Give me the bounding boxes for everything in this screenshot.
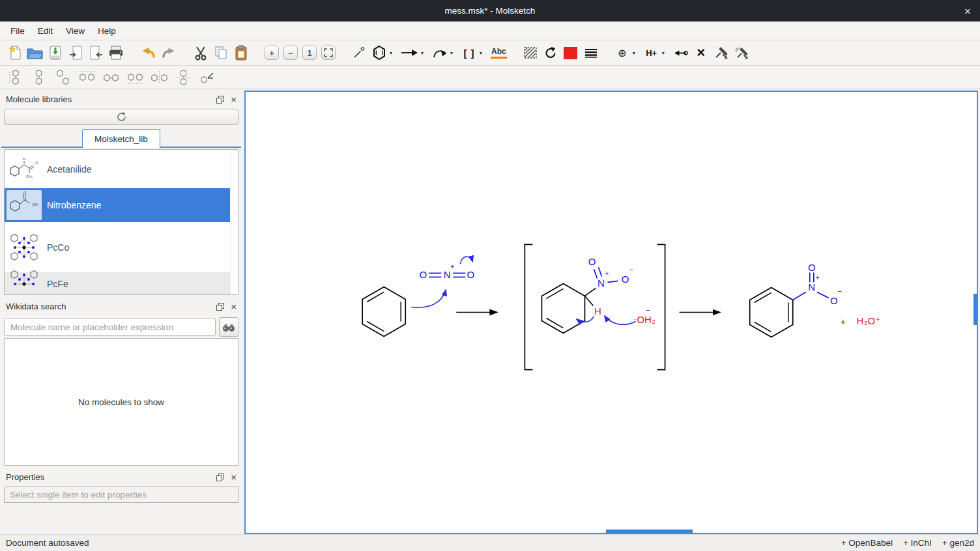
align-top-tool[interactable] bbox=[79, 69, 95, 86]
optimize-geometry-button[interactable] bbox=[734, 44, 749, 61]
zoom-original-button[interactable]: 1 bbox=[302, 46, 317, 60]
draw-bond-tool[interactable] bbox=[351, 44, 367, 61]
menu-help[interactable]: Help bbox=[91, 23, 122, 38]
reaction-arrow-tool[interactable] bbox=[401, 44, 418, 61]
atom-label-n[interactable]: N bbox=[444, 269, 451, 280]
hydrogen-tool-dropdown[interactable]: ▾ bbox=[662, 50, 669, 56]
align-bottom-tool[interactable] bbox=[127, 69, 143, 86]
open-file-button[interactable] bbox=[27, 44, 43, 61]
join-molecules-tool[interactable] bbox=[103, 69, 119, 86]
optimize-structure-button[interactable] bbox=[713, 44, 729, 61]
refresh-library-button[interactable] bbox=[4, 109, 238, 125]
ring-tool-dropdown[interactable]: ▾ bbox=[390, 50, 396, 56]
atom-label-h[interactable]: H bbox=[594, 306, 601, 317]
atom-label-o[interactable]: O bbox=[808, 262, 816, 273]
stack-vertical-tool[interactable] bbox=[31, 69, 47, 86]
library-scrollbar[interactable] bbox=[230, 150, 238, 294]
import-button[interactable] bbox=[88, 44, 104, 61]
zoom-in-button[interactable]: + bbox=[265, 46, 279, 60]
base-oh2[interactable]: OH₂ − · bbox=[634, 306, 656, 324]
titlebar[interactable]: mess.msk* - Molsketch × bbox=[0, 0, 980, 21]
save-button[interactable] bbox=[48, 44, 63, 61]
ring-tool[interactable] bbox=[371, 44, 387, 61]
atom-label-o[interactable]: O bbox=[467, 269, 474, 280]
menu-view[interactable]: View bbox=[59, 23, 91, 38]
stack-diagonal-tool[interactable] bbox=[55, 69, 71, 86]
space-vertical-tool[interactable] bbox=[175, 69, 192, 86]
right-bracket[interactable] bbox=[657, 244, 665, 369]
menu-file[interactable]: File bbox=[4, 23, 31, 38]
wikidata-search-input[interactable] bbox=[4, 318, 216, 336]
export-button[interactable] bbox=[68, 44, 83, 61]
hydronium-label[interactable]: H₃O⁺ bbox=[857, 315, 881, 326]
library-item-pcco[interactable]: PcCo bbox=[5, 222, 238, 272]
status-gen2d: + gen2d bbox=[942, 538, 974, 548]
electron-push-arrow-pi-bond-to-oxygen[interactable] bbox=[460, 257, 472, 264]
library-item-acetanilide[interactable]: HOCH₃ Acetanilide bbox=[5, 150, 238, 188]
bond-angle-tool[interactable] bbox=[199, 69, 216, 86]
library-item-label: Nitrobenzene bbox=[47, 200, 101, 210]
mechanism-arrow-tool[interactable] bbox=[432, 44, 448, 61]
left-bracket[interactable] bbox=[525, 244, 532, 369]
space-horizontal-tool[interactable] bbox=[151, 69, 167, 86]
float-panel-icon[interactable] bbox=[216, 303, 224, 311]
library-item-label: PcCo bbox=[47, 242, 69, 253]
undo-button[interactable] bbox=[140, 44, 156, 61]
atom-label-o[interactable]: O bbox=[419, 269, 427, 280]
print-button[interactable] bbox=[108, 44, 124, 61]
window-close-button[interactable]: × bbox=[964, 5, 971, 16]
nitrobenzene-product[interactable]: O N + O − bbox=[750, 262, 842, 337]
zoom-fit-button[interactable] bbox=[321, 46, 336, 60]
text-tool[interactable]: Abc bbox=[491, 47, 507, 59]
delete-tool[interactable]: × bbox=[693, 44, 709, 61]
float-panel-icon[interactable] bbox=[216, 473, 224, 481]
bracket-tool[interactable]: [ ] bbox=[461, 44, 477, 61]
drawing-canvas-area[interactable]: O N + O bbox=[244, 91, 978, 534]
close-panel-icon[interactable]: × bbox=[231, 472, 237, 482]
charge-tool-dropdown[interactable]: ▾ bbox=[633, 50, 639, 56]
selection-tool[interactable] bbox=[523, 44, 538, 61]
lone-pair-tool[interactable] bbox=[673, 44, 689, 61]
float-panel-icon[interactable] bbox=[216, 96, 224, 104]
new-document-button[interactable] bbox=[7, 44, 22, 61]
wikidata-search-button[interactable] bbox=[219, 317, 238, 337]
horizontal-scrollbar-thumb[interactable] bbox=[606, 530, 693, 533]
electron-push-arrow-base-to-h[interactable] bbox=[604, 316, 635, 325]
main-toolbar: + − 1 ▾ ▾ ▾ [ ] ▾ Abc ⊕ ▾ H+ ▾ × bbox=[0, 40, 980, 66]
color-picker-swatch[interactable] bbox=[563, 44, 579, 61]
line-width-tool[interactable] bbox=[583, 44, 599, 61]
tab-molsketch-lib[interactable]: Molsketch_lib bbox=[82, 129, 160, 148]
distribute-vertical-tool[interactable] bbox=[7, 69, 23, 86]
reaction-scheme[interactable]: O N + O bbox=[246, 92, 977, 533]
vertical-scrollbar-thumb[interactable] bbox=[973, 294, 977, 325]
atom-label-o[interactable]: O bbox=[588, 256, 596, 267]
atom-label-n[interactable]: N bbox=[808, 281, 815, 292]
electron-push-arrow-benzene-to-nitronium[interactable] bbox=[411, 289, 446, 307]
bracket-tool-dropdown[interactable]: ▾ bbox=[480, 50, 486, 56]
copy-button[interactable] bbox=[213, 44, 229, 61]
library-item-nitrobenzene[interactable]: ONOH Nitrobenzene bbox=[5, 188, 238, 222]
charge-tool[interactable]: ⊕ bbox=[614, 44, 630, 61]
base-label[interactable]: OH₂ bbox=[637, 314, 655, 325]
paste-button[interactable] bbox=[233, 44, 249, 61]
properties-dock: Properties × Select single item to edit … bbox=[0, 469, 242, 534]
redo-button[interactable] bbox=[161, 44, 177, 61]
refresh-icon bbox=[116, 111, 127, 122]
mechanism-arrow-dropdown[interactable]: ▾ bbox=[450, 50, 457, 56]
dock-panels: Molecule libraries × Molsketch_lib HOCH₃ bbox=[0, 89, 242, 534]
cut-button[interactable] bbox=[193, 44, 209, 61]
rotate-tool[interactable] bbox=[543, 44, 558, 61]
close-panel-icon[interactable]: × bbox=[231, 302, 237, 311]
reaction-arrow-dropdown[interactable]: ▾ bbox=[421, 50, 427, 56]
atom-label-o[interactable]: O bbox=[622, 274, 629, 285]
nitronium-ion[interactable]: O N + O bbox=[419, 262, 474, 280]
library-item-pcfe[interactable]: PcFe bbox=[5, 272, 238, 295]
hydrogen-tool[interactable]: H+ bbox=[644, 44, 659, 61]
close-panel-icon[interactable]: × bbox=[231, 94, 237, 104]
atom-label-n[interactable]: N bbox=[598, 277, 605, 289]
menu-edit[interactable]: Edit bbox=[31, 23, 59, 38]
zoom-out-button[interactable]: − bbox=[283, 46, 298, 60]
charge-label-minus: − bbox=[646, 306, 650, 314]
atom-label-o[interactable]: O bbox=[830, 295, 838, 306]
benzene-molecule[interactable] bbox=[362, 287, 405, 336]
